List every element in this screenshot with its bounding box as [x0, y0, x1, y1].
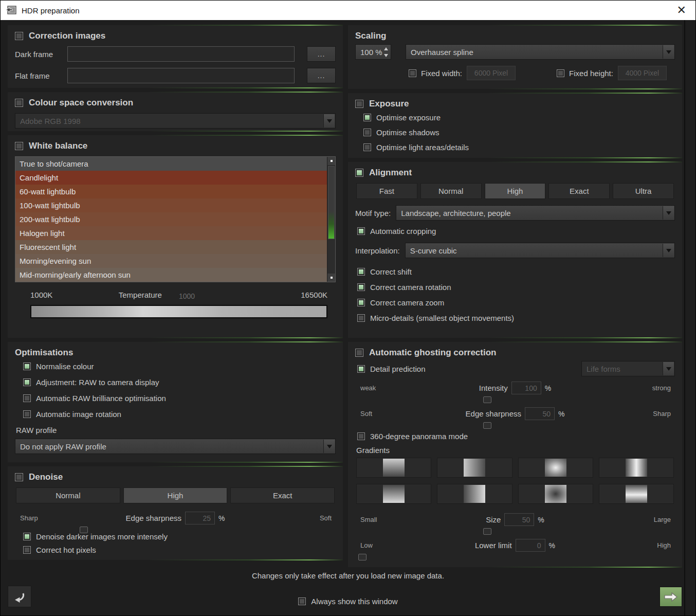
list-item[interactable]: True to shot/camera — [15, 157, 335, 171]
correct-shift-checkbox[interactable] — [357, 268, 365, 276]
gradient-tile-vertical-dark-to-light[interactable] — [356, 484, 431, 504]
exposure-checkbox[interactable] — [355, 100, 363, 108]
close-icon[interactable]: ✕ — [673, 5, 690, 16]
section-denoise: Denoise Normal High Exact Sharp Edge sha… — [8, 466, 343, 560]
size-value[interactable]: 50 — [504, 513, 534, 526]
gradient-tile-radial-dark-center[interactable] — [518, 484, 593, 504]
fixed-width-checkbox[interactable] — [409, 69, 416, 77]
denoise-checkbox[interactable] — [15, 473, 23, 481]
lower-limit-value[interactable]: 0 — [516, 539, 545, 552]
interpolation-dropdown[interactable]: S-curve cubic — [405, 243, 675, 258]
temperature-label: Temperature — [119, 291, 162, 299]
colour-space-dropdown[interactable]: Adobe RGB 1998 — [15, 113, 336, 129]
gradient-tile-horizontal-light-to-dark[interactable] — [437, 458, 512, 478]
panorama-mode-checkbox[interactable] — [357, 432, 365, 440]
colour-space-checkbox[interactable] — [15, 99, 23, 107]
slider-handle[interactable] — [483, 528, 491, 535]
alignment-checkbox[interactable] — [355, 169, 363, 177]
right-column: Scaling 100 % Overhauser spline Fixed wi… — [348, 25, 682, 571]
gradient-tile-horizontal-dark-to-light[interactable] — [437, 484, 512, 504]
gradient-tile-radial-light-center[interactable] — [518, 458, 593, 478]
ghosting-edge-sharpness-slider: Soft Edge sharpness 50 % Sharp — [356, 405, 674, 431]
list-item[interactable]: Morning/evening sun — [15, 254, 335, 268]
temperature-value[interactable]: 1000 — [179, 292, 195, 300]
hot-pixels-checkbox[interactable] — [23, 546, 31, 554]
ghosting-correction-checkbox[interactable] — [355, 349, 363, 357]
chevron-down-icon — [663, 362, 674, 375]
white-balance-scrollbar[interactable] — [327, 157, 335, 282]
alignment-mode-exact[interactable]: Exact — [548, 183, 610, 199]
raw-profile-dropdown[interactable]: Do not apply RAW profile — [15, 439, 336, 454]
dark-frame-label: Dark frame — [15, 50, 62, 59]
automatic-cropping-checkbox[interactable] — [357, 227, 365, 235]
white-balance-checkbox[interactable] — [15, 142, 23, 150]
detail-prediction-checkbox[interactable] — [357, 365, 365, 373]
scroll-up-icon[interactable] — [327, 157, 335, 165]
scaling-percent-spinner[interactable]: 100 % — [355, 44, 391, 60]
list-item[interactable]: Halogen light — [15, 226, 335, 240]
always-show-checkbox[interactable] — [298, 597, 306, 605]
gradient-tile-vertical-light-to-dark[interactable] — [356, 458, 431, 478]
scrollbar-thumb[interactable] — [328, 166, 335, 239]
detail-prediction-dropdown[interactable]: Life forms — [581, 361, 675, 376]
spinner-down-icon[interactable] — [382, 52, 390, 59]
section-title: Scaling — [355, 31, 386, 41]
micro-details-checkbox[interactable] — [357, 314, 365, 322]
edge-sharpness-value[interactable]: 25 — [185, 512, 215, 524]
scroll-down-icon[interactable] — [327, 274, 335, 282]
edge-sharpness-value[interactable]: 50 — [525, 407, 555, 420]
scaling-method-dropdown[interactable]: Overhauser spline — [406, 44, 675, 60]
correction-images-checkbox[interactable] — [15, 32, 23, 40]
optimise-exposure-checkbox[interactable] — [363, 114, 371, 121]
list-item[interactable]: Candlelight — [15, 171, 335, 185]
list-item[interactable]: Fluorescent light — [15, 240, 335, 254]
denoise-darker-checkbox[interactable] — [23, 533, 31, 540]
denoise-mode-normal[interactable]: Normal — [16, 487, 120, 503]
slider-handle[interactable] — [80, 527, 88, 533]
alignment-mode-fast[interactable]: Fast — [356, 183, 417, 199]
spinner-up-icon[interactable] — [382, 45, 390, 52]
correct-camera-zoom-checkbox[interactable] — [357, 299, 365, 306]
list-item[interactable]: 100-watt lightbulb — [15, 198, 335, 212]
intensity-slider: weak Intensity 100 % strong — [356, 379, 674, 405]
correct-camera-rotation-checkbox[interactable] — [357, 283, 365, 291]
raw-brilliance-checkbox[interactable] — [23, 394, 31, 402]
section-colour-space: Colour space conversion Adobe RGB 1998 — [8, 92, 343, 131]
list-item[interactable]: 200-watt lightbulb — [15, 212, 335, 226]
image-rotation-checkbox[interactable] — [23, 410, 31, 418]
temperature-gradient-slider[interactable] — [30, 305, 327, 318]
section-alignment: Alignment Fast Normal High Exact Ultra M… — [348, 162, 682, 338]
temperature-max-label: 16500K — [301, 291, 327, 299]
alignment-mode-high[interactable]: High — [485, 183, 546, 199]
gradient-tile-horizontal-stripe-light[interactable] — [599, 484, 674, 504]
slider-handle[interactable] — [358, 554, 367, 560]
optimise-light-areas-checkbox[interactable] — [363, 143, 371, 151]
alignment-mode-normal[interactable]: Normal — [420, 183, 482, 199]
denoise-mode-high[interactable]: High — [123, 487, 228, 503]
slider-handle[interactable] — [483, 422, 491, 429]
list-item[interactable]: 60-watt lightbulb — [15, 185, 335, 198]
next-button[interactable] — [660, 587, 682, 607]
motif-type-dropdown[interactable]: Landscape, architecture, people — [396, 205, 675, 221]
adjustment-raw-checkbox[interactable] — [23, 378, 31, 386]
window-title: HDR preparation — [22, 6, 80, 15]
gradient-tile-vertical-stripe-light[interactable] — [599, 458, 674, 478]
fixed-height-field[interactable]: 4000 Pixel — [618, 66, 667, 80]
fixed-width-field[interactable]: 6000 Pixel — [467, 66, 516, 80]
dark-frame-input[interactable] — [67, 46, 295, 62]
slider-handle[interactable] — [483, 396, 491, 403]
white-balance-list: True to shot/camera Candlelight 60-watt … — [15, 156, 336, 282]
optimise-shadows-checkbox[interactable] — [363, 129, 371, 136]
dark-frame-browse-button[interactable]: ... — [307, 46, 336, 62]
alignment-mode-ultra[interactable]: Ultra — [613, 183, 674, 199]
intensity-value[interactable]: 100 — [511, 382, 541, 394]
alignment-mode-buttons: Fast Normal High Exact Ultra — [356, 183, 674, 199]
section-exposure: Exposure Optimise exposure Optimise shad… — [348, 93, 682, 158]
arrow-right-icon — [664, 592, 678, 602]
fixed-height-checkbox[interactable] — [557, 69, 564, 77]
flat-frame-browse-button[interactable]: ... — [307, 68, 336, 83]
denoise-mode-exact[interactable]: Exact — [230, 487, 335, 503]
normalise-colour-checkbox[interactable] — [23, 363, 31, 370]
flat-frame-input[interactable] — [67, 68, 295, 83]
list-item[interactable]: Mid-morning/early afternoon sun — [15, 268, 335, 282]
